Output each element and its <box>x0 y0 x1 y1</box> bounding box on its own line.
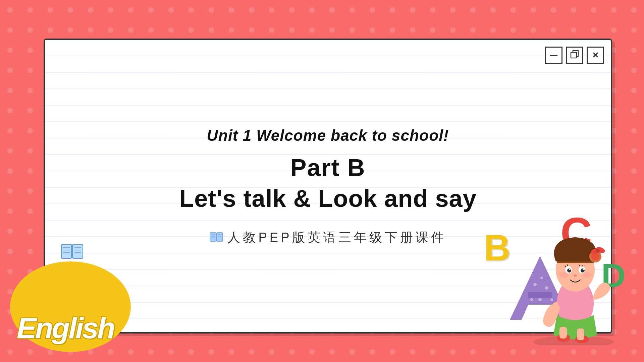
svg-point-46 <box>559 272 568 278</box>
part-title: Part B <box>290 154 365 181</box>
book-icon <box>209 231 223 243</box>
svg-point-39 <box>581 268 585 273</box>
svg-point-40 <box>569 269 571 270</box>
svg-rect-1 <box>210 233 216 241</box>
letter-B: B <box>484 226 511 269</box>
svg-point-47 <box>582 272 592 278</box>
svg-point-35 <box>596 249 600 253</box>
small-book-icon <box>60 242 84 263</box>
unit-title: Unit 1 Welcome back to school! <box>207 126 449 144</box>
chinese-subtitle: 人教PEP版英语三年级下册课件 <box>209 229 446 246</box>
svg-point-38 <box>567 268 571 273</box>
svg-rect-51 <box>559 327 567 339</box>
svg-rect-11 <box>73 244 83 258</box>
svg-rect-2 <box>217 233 223 241</box>
svg-point-48 <box>574 275 577 277</box>
svg-rect-10 <box>61 244 71 258</box>
english-text-logo: English <box>17 311 114 345</box>
girl-character <box>523 218 624 345</box>
svg-rect-52 <box>577 328 584 340</box>
lesson-title: Let's talk & Look and say <box>179 185 476 212</box>
svg-point-41 <box>583 269 584 270</box>
